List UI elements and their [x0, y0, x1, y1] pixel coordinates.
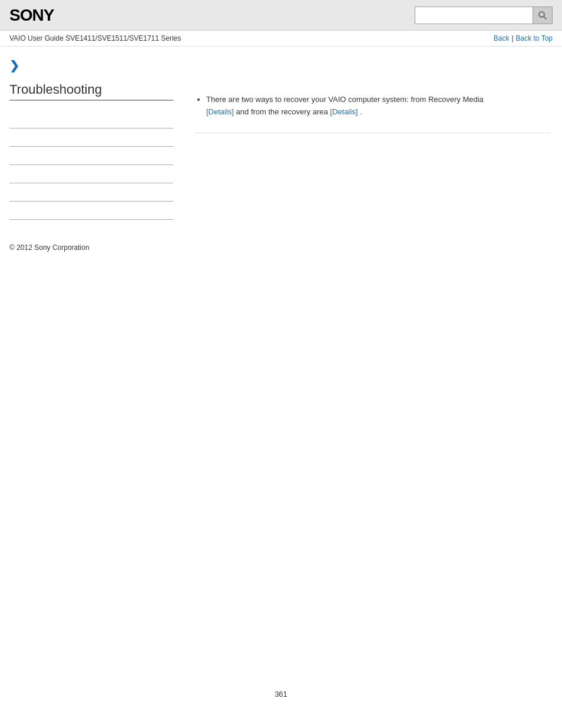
back-to-top-link[interactable]: Back to Top	[516, 34, 553, 42]
content-divider	[194, 133, 550, 133]
sidebar-link-3[interactable]	[9, 154, 173, 162]
period: .	[360, 107, 362, 116]
page-number: 361	[275, 690, 287, 699]
main-content: ❯ Troubleshooting	[0, 47, 562, 263]
list-item	[9, 147, 173, 165]
sidebar-link-6[interactable]	[9, 209, 173, 217]
search-input[interactable]	[415, 6, 533, 24]
list-item	[9, 202, 173, 220]
sidebar-link-5[interactable]	[9, 190, 173, 199]
list-item: There are two ways to recover your VAIO …	[206, 94, 550, 128]
sidebar-link-2[interactable]	[9, 136, 173, 144]
list-item	[9, 129, 173, 147]
search-area	[415, 6, 553, 24]
sidebar-link-4[interactable]	[9, 172, 173, 180]
nav-separator: |	[511, 34, 513, 42]
breadcrumb-arrow: ❯	[9, 58, 173, 73]
body-text: There are two ways to recover your VAIO …	[206, 95, 484, 104]
header: SONY	[0, 0, 562, 31]
guide-title: VAIO User Guide SVE1411/SVE1511/SVE1711 …	[9, 34, 181, 42]
details-link-2[interactable]: [Details]	[330, 107, 358, 116]
nav-bar: VAIO User Guide SVE1411/SVE1511/SVE1711 …	[0, 31, 562, 47]
page-number-bar: 361	[0, 678, 562, 710]
sidebar-link-1[interactable]	[9, 117, 173, 126]
search-button[interactable]	[533, 6, 553, 24]
sony-logo: SONY	[9, 6, 54, 25]
content-area: There are two ways to recover your VAIO …	[183, 47, 562, 263]
back-link[interactable]: Back	[494, 34, 510, 42]
connector-text: and from the recovery area	[236, 107, 330, 116]
list-item	[9, 165, 173, 183]
svg-point-0	[539, 12, 544, 17]
sidebar-heading: Troubleshooting	[9, 82, 173, 101]
sidebar-links	[9, 110, 173, 220]
list-item	[9, 110, 173, 129]
sidebar: ❯ Troubleshooting	[0, 47, 183, 263]
copyright-text: © 2012 Sony Corporation	[9, 243, 173, 252]
svg-line-1	[544, 17, 547, 19]
details-link-1[interactable]: [Details]	[206, 107, 234, 116]
nav-links: Back | Back to Top	[494, 34, 553, 42]
search-icon	[538, 11, 547, 20]
content-list: There are two ways to recover your VAIO …	[194, 94, 550, 128]
list-item	[9, 183, 173, 202]
